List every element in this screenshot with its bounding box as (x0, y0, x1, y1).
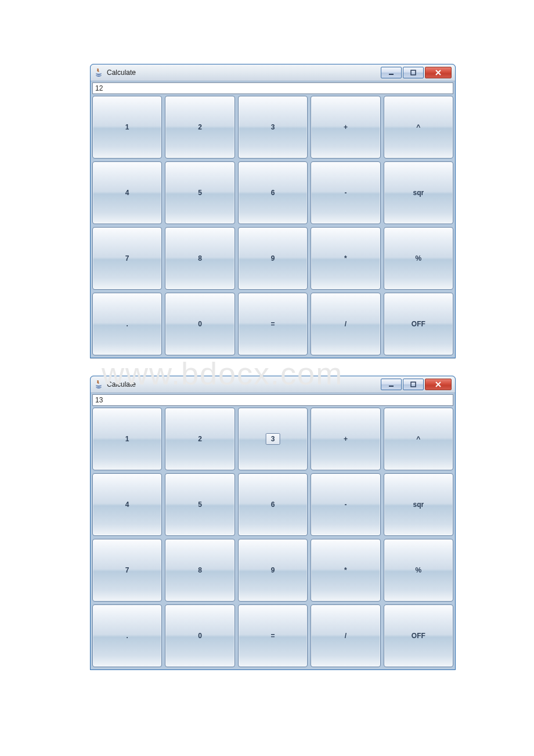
btn-7[interactable]: 7 (92, 227, 162, 290)
btn-sqr[interactable]: sqr (384, 473, 453, 536)
btn-9[interactable]: 9 (238, 539, 308, 602)
maximize-button[interactable] (403, 379, 424, 390)
btn-3[interactable]: 3 (238, 96, 308, 159)
btn-9[interactable]: 9 (238, 227, 308, 290)
display-field[interactable] (92, 82, 453, 94)
svg-rect-3 (411, 382, 416, 387)
btn-6[interactable]: 6 (238, 473, 308, 536)
btn-sqr[interactable]: sqr (384, 161, 453, 224)
btn-eq[interactable]: = (238, 293, 308, 355)
btn-mul[interactable]: * (311, 539, 380, 602)
close-button[interactable] (425, 67, 452, 78)
btn-1[interactable]: 1 (92, 408, 162, 470)
titlebar[interactable]: Calculate (91, 64, 455, 81)
btn-7[interactable]: 7 (92, 539, 162, 602)
btn-plus[interactable]: + (311, 408, 380, 470)
maximize-button[interactable] (403, 67, 424, 78)
svg-rect-0 (389, 74, 394, 75)
btn-8[interactable]: 8 (165, 539, 234, 602)
btn-pow[interactable]: ^ (384, 96, 453, 159)
btn-2[interactable]: 2 (165, 408, 234, 470)
btn-dot[interactable]: . (92, 604, 162, 667)
window-title: Calculate (107, 69, 136, 77)
btn-pct[interactable]: % (384, 227, 453, 290)
btn-0[interactable]: 0 (165, 604, 234, 667)
svg-rect-1 (411, 70, 416, 75)
btn-div[interactable]: / (311, 293, 380, 355)
calc-window: Calculate 1 2 3 + ^ 4 (90, 64, 456, 358)
btn-0[interactable]: 0 (165, 293, 234, 355)
btn-4[interactable]: 4 (92, 473, 162, 536)
button-grid: 1 2 3 + ^ 4 5 6 - sqr 7 8 9 * % . 0 = (92, 408, 453, 667)
calc-window: Calculate 1 2 3 + (90, 376, 456, 670)
btn-dot[interactable]: . (92, 293, 162, 355)
svg-rect-2 (389, 386, 394, 387)
btn-5[interactable]: 5 (165, 161, 234, 224)
minimize-button[interactable] (381, 379, 402, 390)
java-icon (94, 68, 103, 77)
window-controls (380, 379, 452, 390)
btn-pow[interactable]: ^ (384, 408, 453, 470)
btn-8[interactable]: 8 (165, 227, 234, 290)
minimize-button[interactable] (381, 67, 402, 78)
window-title: Calculate (107, 380, 136, 388)
button-grid: 1 2 3 + ^ 4 5 6 - sqr 7 8 9 * % . 0 = / … (92, 96, 453, 355)
btn-3-pressed-label: 3 (266, 433, 280, 445)
titlebar[interactable]: Calculate (91, 376, 455, 393)
btn-1[interactable]: 1 (92, 96, 162, 159)
window-controls (380, 67, 452, 78)
btn-pct[interactable]: % (384, 539, 453, 602)
btn-minus[interactable]: - (311, 473, 380, 536)
btn-eq[interactable]: = (238, 604, 308, 667)
btn-mul[interactable]: * (311, 227, 380, 290)
btn-6[interactable]: 6 (238, 161, 308, 224)
display-field[interactable] (92, 394, 453, 406)
btn-plus[interactable]: + (311, 96, 380, 159)
close-button[interactable] (425, 379, 452, 390)
btn-div[interactable]: / (311, 604, 380, 667)
btn-minus[interactable]: - (311, 161, 380, 224)
btn-off[interactable]: OFF (384, 293, 453, 355)
java-icon (94, 380, 103, 389)
btn-2[interactable]: 2 (165, 96, 234, 159)
btn-4[interactable]: 4 (92, 161, 162, 224)
btn-5[interactable]: 5 (165, 473, 234, 536)
btn-3[interactable]: 3 (238, 408, 308, 470)
btn-off[interactable]: OFF (384, 604, 453, 667)
